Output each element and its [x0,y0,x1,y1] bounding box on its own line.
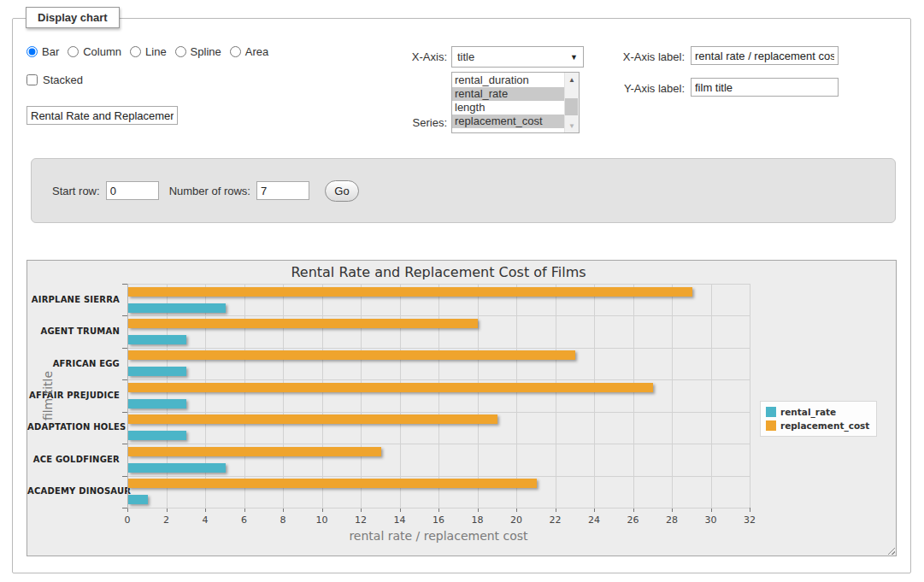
series-listbox-label: Series: [355,116,447,129]
legend-label: replacement_cost [780,420,869,431]
gridline [205,284,206,508]
legend-label: rental_rate [780,407,836,417]
bar-rental_rate[interactable] [128,367,186,376]
chart-type-label-column: Column [83,45,121,58]
series-options: rental_durationrental_ratelengthreplacem… [452,73,564,132]
bar-replacement_cost[interactable] [128,383,653,392]
chart-type-radio-spline[interactable] [175,46,186,57]
gridline [322,284,323,508]
stacked-label: Stacked [43,73,83,86]
x-tick-label: 24 [581,514,607,526]
series-option-rental_duration[interactable]: rental_duration [452,73,564,87]
gridline [127,476,750,477]
x-axis-label-input[interactable] [691,46,839,65]
chart-type-radio-group: Bar Column Line Spline Area [26,45,274,58]
start-row-input[interactable] [106,181,159,200]
bar-replacement_cost[interactable] [128,414,497,424]
chart-type-label-area: Area [245,45,268,58]
bar-rental_rate[interactable] [128,431,186,440]
gridline [127,315,750,316]
radio-item-spline: Spline [175,45,221,58]
x-axis-title: rental rate / replacement cost [127,529,750,543]
legend-item-rental_rate[interactable]: rental_rate [766,405,869,419]
x-tick-label: 26 [621,514,646,526]
gridline [478,284,479,508]
series-option-rental_rate[interactable]: rental_rate [452,87,564,101]
legend-swatch-icon [766,407,776,417]
series-option-replacement_cost[interactable]: replacement_cost [452,115,564,128]
category-label: ADAPTATION HOLES [27,422,120,432]
gridline [127,348,750,349]
gridline [438,284,439,508]
category-label: ACADEMY DINOSAUR [27,486,120,496]
x-axis-select-value: title [457,50,570,63]
go-button[interactable]: Go [325,180,359,202]
gridline [633,284,634,508]
y-axis-line [127,284,128,509]
gridline [361,284,362,508]
x-tick-label: 6 [232,514,257,526]
gridline [672,284,673,508]
chart-type-label-line: Line [145,45,167,58]
chart-type-radio-column[interactable] [68,46,79,57]
num-rows-input[interactable] [256,181,309,200]
series-option-length[interactable]: length [452,101,564,115]
chart-type-label-bar: Bar [42,45,59,58]
gridline [556,284,556,508]
chart-type-radio-line[interactable] [130,46,141,57]
bar-replacement_cost[interactable] [128,319,478,328]
series-listbox[interactable]: rental_durationrental_ratelengthreplacem… [451,72,580,133]
bar-replacement_cost[interactable] [128,287,692,297]
gridline [127,508,750,509]
x-tick-label: 4 [192,514,218,526]
chart-type-radio-area[interactable] [230,46,241,57]
radio-item-bar: Bar [26,45,59,58]
gridline [127,444,750,444]
gridline [127,379,750,380]
gridline [516,284,517,508]
x-axis-select-label: X-Axis: [355,50,447,63]
chart-title-input[interactable] [26,106,178,125]
bar-rental_rate[interactable] [128,463,226,473]
gridline [750,284,750,508]
x-tick-label: 2 [154,514,180,526]
radio-item-column: Column [68,45,121,58]
bar-rental_rate[interactable] [128,495,148,504]
num-rows-label: Number of rows: [169,185,250,197]
x-tick-label: 20 [503,514,529,526]
bar-replacement_cost[interactable] [128,479,537,488]
chart-legend: rental_ratereplacement_cost [760,401,877,437]
bar-rental_rate[interactable] [128,303,226,313]
y-axis-title: film title [41,371,55,420]
chart-container: Rental Rate and Replacement Cost of Film… [26,260,897,556]
stacked-checkbox[interactable] [26,74,38,85]
stacked-row: Stacked [26,73,83,86]
category-label: AGENT TRUMAN [27,326,120,336]
row-controls-panel: Start row: Number of rows: Go [31,158,896,223]
scroll-down-icon[interactable]: ▼ [565,119,579,132]
chart-type-radio-bar[interactable] [26,46,38,57]
x-tick-label: 32 [737,514,762,526]
gridline [167,284,168,508]
bar-rental_rate[interactable] [128,335,186,344]
legend-item-replacement_cost[interactable]: replacement_cost [766,419,869,432]
x-tick-label: 18 [465,514,491,526]
gridline [244,284,245,508]
radio-item-line: Line [130,45,167,58]
start-row-label: Start row: [52,185,100,197]
y-axis-label-input[interactable] [691,78,839,97]
bar-rental_rate[interactable] [128,399,186,409]
legend-swatch-icon [766,420,776,431]
x-tick-label: 0 [115,514,140,526]
x-tick-label: 10 [309,514,335,526]
fieldset-legend: Display chart [26,7,120,28]
category-label: AIRPLANE SIERRA [27,295,120,304]
display-chart-fieldset: Display chart Bar Column Line Spline Are… [12,18,911,573]
chart-type-label-spline: Spline [191,45,221,58]
bar-replacement_cost[interactable] [128,350,575,360]
category-label: AFRICAN EGG [27,359,120,368]
scrollbar-thumb[interactable] [565,98,578,115]
bar-replacement_cost[interactable] [128,447,381,456]
x-axis-label-caption: X-Axis label: [560,50,685,63]
radio-item-area: Area [230,45,268,58]
